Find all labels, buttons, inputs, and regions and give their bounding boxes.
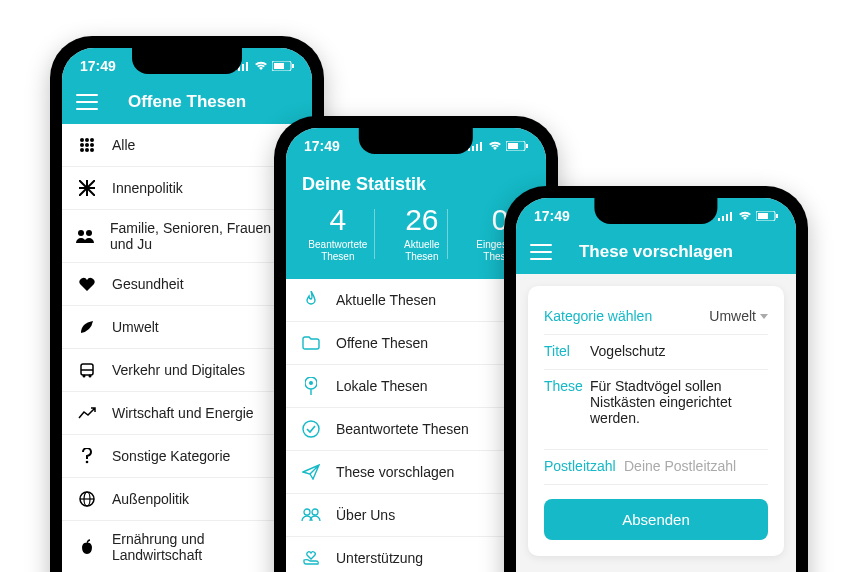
dots-grid-icon	[76, 134, 98, 156]
svg-rect-44	[718, 218, 720, 221]
nav-label: These vorschlagen	[336, 464, 454, 480]
category-value-text: Umwelt	[709, 308, 756, 324]
page-title: Deine Statistik	[286, 164, 546, 199]
menu-button[interactable]	[76, 94, 98, 110]
svg-rect-3	[246, 62, 248, 71]
union-jack-icon	[76, 177, 98, 199]
title-field[interactable]: Titel Vogelschutz	[544, 335, 768, 370]
zip-label: Postleitzahl	[544, 458, 624, 474]
trend-icon	[76, 402, 98, 424]
svg-rect-5	[274, 63, 284, 69]
svg-point-39	[309, 381, 313, 385]
category-label: Verkehr und Digitales	[112, 362, 245, 378]
nav-label: Beantwortete Thesen	[336, 421, 469, 437]
svg-point-13	[80, 148, 84, 152]
nav-label: Über Uns	[336, 507, 395, 523]
page-title: These vorschlagen	[552, 242, 760, 262]
stat-number: 26	[404, 205, 440, 235]
title-label: Titel	[544, 343, 590, 359]
thesis-label: These	[544, 378, 590, 439]
menu-button[interactable]	[530, 244, 552, 260]
battery-icon	[272, 61, 294, 71]
zip-field[interactable]: Postleitzahl Deine Postleitzahl	[544, 450, 768, 485]
svg-rect-2	[242, 64, 244, 71]
battery-icon	[506, 141, 528, 151]
people-icon	[300, 504, 322, 526]
svg-rect-33	[472, 146, 474, 151]
stat-current: 26 AktuelleThesen	[396, 205, 448, 263]
category-label: Innenpolitik	[112, 180, 183, 196]
svg-rect-38	[526, 144, 528, 148]
wifi-icon	[254, 61, 268, 71]
navbar: These vorschlagen	[516, 234, 796, 274]
globe-icon	[76, 488, 98, 510]
svg-point-15	[90, 148, 94, 152]
category-label: Wirtschaft und Energie	[112, 405, 254, 421]
nav-label: Aktuelle Thesen	[336, 292, 436, 308]
folder-icon	[300, 332, 322, 354]
zip-input[interactable]: Deine Postleitzahl	[624, 458, 768, 474]
category-label: Alle	[112, 137, 135, 153]
suggestion-form: Kategorie wählen Umwelt Titel Vogelschut…	[528, 286, 784, 556]
flame-icon	[300, 289, 322, 311]
status-time: 17:49	[304, 138, 340, 154]
phone-3: 17:49 These vorschlagen Kategorie wählen…	[504, 186, 808, 572]
wifi-icon	[738, 211, 752, 221]
svg-point-14	[85, 148, 89, 152]
category-label: Gesundheit	[112, 276, 184, 292]
svg-point-17	[86, 230, 92, 236]
svg-point-41	[304, 509, 310, 515]
question-icon	[76, 445, 98, 467]
svg-point-9	[90, 138, 94, 142]
category-label: Umwelt	[112, 319, 159, 335]
thesis-value: Für Stadtvögel sollen Nistkästen eingeri…	[590, 378, 768, 439]
pin-icon	[300, 375, 322, 397]
svg-rect-49	[758, 213, 768, 219]
notch-icon	[132, 48, 242, 74]
support-hands-icon	[300, 547, 322, 569]
svg-point-20	[83, 375, 86, 378]
category-label: Familie, Senioren, Frauen und Ju	[110, 220, 298, 252]
category-value: Umwelt	[709, 308, 768, 324]
page-title: Offene Thesen	[98, 92, 276, 112]
category-label: Sonstige Kategorie	[112, 448, 230, 464]
svg-point-10	[80, 143, 84, 147]
svg-point-16	[78, 230, 84, 236]
status-time: 17:49	[534, 208, 570, 224]
battery-icon	[756, 211, 778, 221]
stat-label: Thesen	[405, 251, 438, 262]
svg-point-40	[303, 421, 319, 437]
bus-icon	[76, 359, 98, 381]
stat-label: Aktuelle	[404, 239, 440, 250]
svg-rect-35	[480, 142, 482, 151]
category-label: Kategorie wählen	[544, 308, 709, 324]
svg-point-42	[312, 509, 318, 515]
category-field[interactable]: Kategorie wählen Umwelt	[544, 300, 768, 335]
check-circle-icon	[300, 418, 322, 440]
thesis-field[interactable]: These Für Stadtvögel sollen Nistkästen e…	[544, 370, 768, 450]
svg-rect-50	[776, 214, 778, 218]
submit-button[interactable]: Absenden	[544, 499, 768, 540]
nav-label: Offene Thesen	[336, 335, 428, 351]
svg-point-21	[89, 375, 92, 378]
heart-icon	[76, 273, 98, 295]
category-label: Ernährung und Landwirtschaft	[112, 531, 298, 563]
notch-icon	[359, 128, 473, 154]
title-value: Vogelschutz	[590, 343, 768, 359]
stat-label: Beantwortete	[308, 239, 367, 250]
svg-point-8	[85, 138, 89, 142]
signal-icon	[718, 211, 734, 221]
wifi-icon	[488, 141, 502, 151]
paper-plane-icon	[300, 461, 322, 483]
svg-rect-37	[508, 143, 518, 149]
svg-rect-34	[476, 144, 478, 151]
chevron-down-icon	[760, 314, 768, 319]
family-icon	[76, 225, 96, 247]
apple-icon	[76, 536, 98, 558]
svg-point-22	[86, 461, 89, 464]
navbar: Offene Thesen	[62, 84, 312, 124]
status-time: 17:49	[80, 58, 116, 74]
stat-label: Thesen	[321, 251, 354, 262]
svg-point-7	[80, 138, 84, 142]
leaf-icon	[76, 316, 98, 338]
